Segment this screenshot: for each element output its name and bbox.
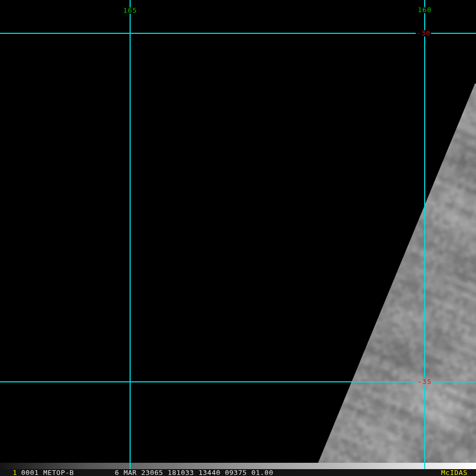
- latitude-label-35: -35: [418, 379, 432, 385]
- latitude-label-30: -30: [416, 30, 431, 36]
- image-datetime-info: 6 MAR 23065 181033 13440 09375 01.00: [115, 469, 273, 476]
- longitude-label-165: 165: [123, 7, 138, 14]
- longitude-line-160-lower-segment: [424, 386, 425, 469]
- status-bar: 1 0001 METOP-B 6 MAR 23065 181033 13440 …: [0, 469, 476, 476]
- frame-number: 1: [13, 469, 17, 476]
- longitude-label-160: 160: [417, 7, 432, 13]
- latitude-line-30-left-segment: [0, 33, 416, 34]
- mcidas-brand-label: McIDAS: [441, 469, 468, 476]
- latitude-line-30-right-segment: [431, 33, 476, 34]
- image-descriptor: 0001 METOP-B: [21, 469, 74, 476]
- latitude-line-35-right-segment: [432, 381, 476, 382]
- longitude-line-160-upper-segment: [424, 0, 425, 377]
- mcidas-image-window: 165 160 -30 -35 1 0001 METOP-B 6 MAR 230…: [0, 0, 476, 476]
- satellite-image-swath[interactable]: [0, 0, 476, 476]
- longitude-line-165: [130, 0, 131, 469]
- latitude-line-35-left-segment: [0, 381, 416, 382]
